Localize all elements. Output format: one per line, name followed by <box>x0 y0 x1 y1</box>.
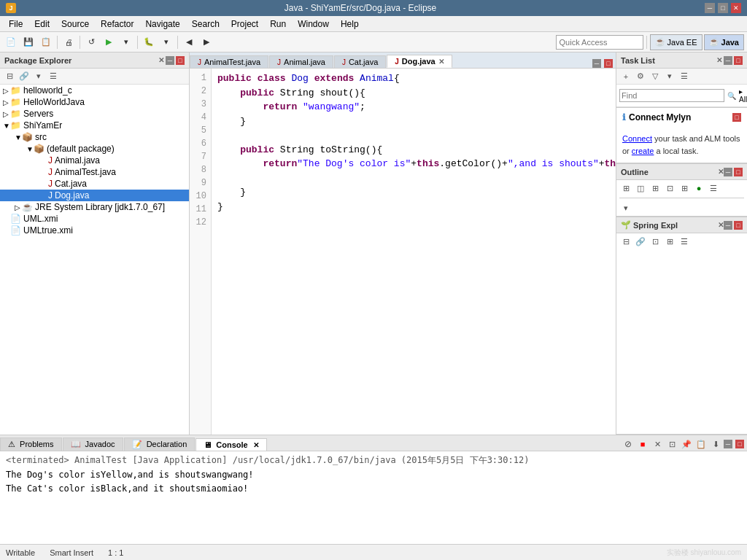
menu-refactor[interactable]: Refactor <box>95 18 139 31</box>
mylyn-close-button[interactable]: □ <box>732 113 741 122</box>
outline-hide-button[interactable]: ◫ <box>634 182 647 195</box>
close-button[interactable]: ✕ <box>731 3 741 13</box>
expand-arrow-icon[interactable]: ▷ <box>3 98 10 106</box>
console-copy-button[interactable]: 📋 <box>694 438 708 451</box>
link-editor-button[interactable]: 🔗 <box>18 70 31 83</box>
console-remove-button[interactable]: ✕ <box>651 438 664 451</box>
tab-dog[interactable]: J Dog.java ✕ <box>387 55 452 68</box>
list-item[interactable]: ▷ 📁 HelloWorldJava <box>0 96 189 108</box>
bottom-minimize-button[interactable]: ─ <box>724 440 732 448</box>
refresh-button[interactable]: ↺ <box>83 34 99 50</box>
list-item[interactable]: ▷ J AnimalTest.java <box>0 166 189 178</box>
package-explorer-close-button[interactable]: □ <box>176 56 185 65</box>
save-button[interactable]: 💾 <box>20 34 36 50</box>
outline-link-button[interactable]: ⊞ <box>678 182 691 195</box>
spring-close-button[interactable]: □ <box>734 221 743 230</box>
tab-problems[interactable]: ⚠ Problems <box>0 438 62 451</box>
print-button[interactable]: 🖨 <box>61 34 77 50</box>
menu-run[interactable]: Run <box>264 18 292 31</box>
task-list-close-button[interactable]: □ <box>734 56 743 65</box>
expand-arrow-icon[interactable]: ▷ <box>3 87 10 95</box>
run-dropdown[interactable]: ▾ <box>118 34 134 50</box>
expand-arrow-icon[interactable]: ▼ <box>15 133 22 141</box>
task-options-button[interactable]: ☰ <box>678 70 691 83</box>
list-item[interactable]: ▷ J Cat.java <box>0 178 189 190</box>
outline-close-icon[interactable]: ✕ <box>718 168 724 176</box>
task-list-close-icon[interactable]: ✕ <box>716 56 722 64</box>
outline-close-button[interactable]: □ <box>734 168 743 176</box>
expand-arrow-icon[interactable]: ▼ <box>26 145 34 153</box>
task-menu-button[interactable]: ▾ <box>663 70 676 83</box>
tab-close-icon[interactable]: ✕ <box>438 58 444 66</box>
find-all-label[interactable]: ▸ All <box>739 88 747 104</box>
list-item[interactable]: ▼ 📁 ShiYamEr <box>0 120 189 131</box>
outline-minimize-button[interactable]: ─ <box>724 168 732 176</box>
tab-declaration[interactable]: 📝 Declaration <box>124 438 196 451</box>
spring-sort-button[interactable]: ⊞ <box>663 235 676 248</box>
new-button[interactable]: 📄 <box>3 34 19 50</box>
outline-expand-button[interactable]: ⊡ <box>663 182 676 195</box>
console-clear-button[interactable]: ⊘ <box>622 438 635 451</box>
new-task-button[interactable]: + <box>619 70 632 83</box>
run-last-button[interactable]: ▶ <box>101 34 117 50</box>
spring-collapse-button[interactable]: ⊟ <box>619 235 632 248</box>
code-content[interactable]: public class Dog extends Animal{ public … <box>212 69 616 435</box>
tab-animal-test[interactable]: J AnimalTest.java <box>190 55 268 68</box>
task-settings-button[interactable]: ⚙ <box>634 70 647 83</box>
maximize-button[interactable]: □ <box>718 3 728 13</box>
bottom-maximize-button[interactable]: □ <box>735 440 744 448</box>
task-filter-button[interactable]: ▽ <box>649 70 662 83</box>
spring-link-button[interactable]: 🔗 <box>634 235 647 248</box>
package-explorer-minimize-button[interactable]: ─ <box>166 56 174 65</box>
package-explorer-close-icon[interactable]: ✕ <box>158 56 164 64</box>
menu-help[interactable]: Help <box>335 18 365 31</box>
minimize-button[interactable]: ─ <box>705 3 715 13</box>
expand-arrow-icon[interactable]: ▷ <box>15 203 22 211</box>
view-options-button[interactable]: ☰ <box>47 70 60 83</box>
outline-filter-button[interactable]: ⊞ <box>649 182 662 195</box>
console-pin-button[interactable]: 📌 <box>680 438 693 451</box>
list-item[interactable]: ▷ J Animal.java <box>0 155 189 166</box>
list-item[interactable]: ▼ 📦 (default package) <box>0 143 189 155</box>
save-all-button[interactable]: 📋 <box>38 34 54 50</box>
list-item[interactable]: ▷ 📄 UML.xmi <box>0 213 189 225</box>
tab-animal[interactable]: J Animal.java <box>269 55 333 68</box>
java-ee-perspective[interactable]: ☕ Java EE <box>650 34 703 50</box>
console-paste-button[interactable]: ⬇ <box>709 438 722 451</box>
menu-project[interactable]: Project <box>225 18 264 31</box>
task-list-minimize-button[interactable]: ─ <box>724 56 732 65</box>
menu-edit[interactable]: Edit <box>28 18 55 31</box>
outline-menu-button[interactable]: ☰ <box>707 182 720 195</box>
outline-dropdown-button[interactable]: ▾ <box>619 201 632 214</box>
menu-window[interactable]: Window <box>292 18 335 31</box>
list-item[interactable]: ▷ 📄 UMLtrue.xmi <box>0 225 189 236</box>
outline-green-button[interactable]: ● <box>692 182 705 195</box>
menu-navigate[interactable]: Navigate <box>139 18 185 31</box>
forward-button[interactable]: ▶ <box>198 34 214 50</box>
console-tab-close-icon[interactable]: ✕ <box>253 441 259 449</box>
spring-close-icon[interactable]: ✕ <box>718 221 724 229</box>
debug-dropdown[interactable]: ▾ <box>158 34 174 50</box>
console-scroll-button[interactable]: ⊡ <box>665 438 678 451</box>
console-stop-button[interactable]: ■ <box>636 438 649 451</box>
tab-javadoc[interactable]: 📖 Javadoc <box>63 438 123 451</box>
collapse-all-button[interactable]: ⊟ <box>3 70 16 83</box>
quick-access-input[interactable] <box>556 35 643 50</box>
menu-file[interactable]: File <box>3 18 28 31</box>
editor-minimize-button[interactable]: ─ <box>592 59 601 68</box>
spring-minimize-button[interactable]: ─ <box>724 221 732 230</box>
spring-filter-button[interactable]: ⊡ <box>649 235 662 248</box>
menu-source[interactable]: Source <box>55 18 95 31</box>
view-menu-button[interactable]: ▾ <box>32 70 45 83</box>
find-input[interactable] <box>619 89 724 102</box>
debug-button[interactable]: 🐛 <box>141 34 157 50</box>
tab-cat[interactable]: J Cat.java <box>334 55 386 68</box>
connect-link[interactable]: Connect <box>622 134 652 143</box>
menu-search[interactable]: Search <box>186 18 225 31</box>
code-editor[interactable]: 1 2 3 4 5 6 7 8 9 10 11 12 public class … <box>190 69 616 435</box>
find-icon[interactable]: 🔍 <box>727 92 736 100</box>
outline-sort-button[interactable]: ⊞ <box>619 182 632 195</box>
back-button[interactable]: ◀ <box>181 34 197 50</box>
list-item[interactable]: ▷ 📁 Servers <box>0 108 189 120</box>
list-item[interactable]: ▼ 📦 src <box>0 131 189 143</box>
